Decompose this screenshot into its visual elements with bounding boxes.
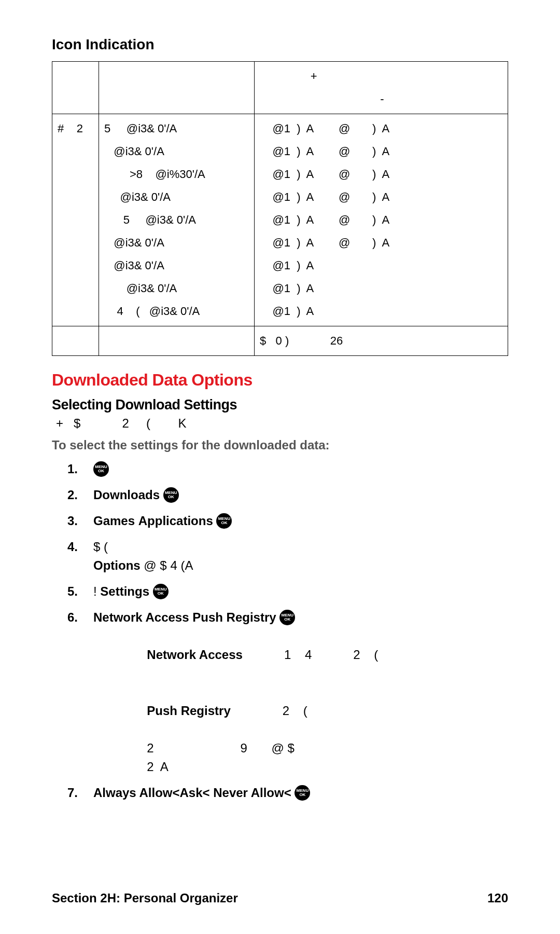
table-cell: 5 @i3& 0'/A @i3& 0'/A >8 @i%30'/A @i3& 0… (99, 114, 255, 326)
step-bold: Options (93, 558, 141, 572)
table-cell: $ 0 ) 26 (255, 326, 508, 356)
menu-ok-icon: MENU OK (295, 785, 310, 801)
step-number: 2. (67, 486, 78, 504)
step-bold: Push Registry (147, 704, 230, 718)
step-1: 1. MENU OK (67, 460, 508, 478)
step-bold: Settings (100, 584, 149, 598)
table-header-row: + - (52, 62, 508, 114)
step-number: 3. (67, 512, 78, 530)
step-sub: Push Registry 2 ( (119, 683, 508, 739)
step-number: 6. (67, 608, 78, 627)
step-sub: 2 A (119, 758, 508, 776)
intro-text: To select the settings for the downloade… (52, 438, 508, 452)
heading-selecting-download-settings: Selecting Download Settings (52, 397, 508, 413)
table-cell (99, 326, 255, 356)
step-number: 7. (67, 784, 78, 802)
step-sub: Network Access 1 4 2 ( (119, 627, 508, 683)
footer-section: Section 2H: Personal Organizer (52, 891, 238, 905)
step-3: 3. Games Applications MENU OK (67, 512, 508, 530)
menu-ok-icon: MENU OK (216, 513, 232, 529)
step-text: $ ( (93, 540, 108, 554)
step-7: 7. Always Allow<Ask< Never Allow< MENU O… (67, 784, 508, 802)
page-footer: Section 2H: Personal Organizer 120 (52, 891, 508, 905)
steps-list: 1. MENU OK 2. Downloads MENU OK 3. Games… (52, 460, 508, 802)
step-bold: Network Access (147, 648, 243, 662)
menu-ok-icon: MENU OK (153, 584, 169, 599)
step-text: @ $ 4 (A (144, 558, 193, 572)
table-header-cell: + - (255, 62, 508, 114)
heading-icon-indication: Icon Indication (52, 36, 508, 53)
step-number: 5. (67, 582, 78, 601)
icon-indication-table: + - # 2 5 @i3& 0'/A @i3& 0'/A >8 @i%30'/… (52, 61, 508, 356)
step-number: 1. (67, 460, 78, 478)
step-number: 4. (67, 538, 78, 556)
table-foot-row: $ 0 ) 26 (52, 326, 508, 356)
step-4: 4. $ ( Options @ $ 4 (A (67, 538, 508, 575)
step-text: 2 ( (231, 704, 307, 718)
step-5: 5. ! Settings MENU OK (67, 582, 508, 601)
menu-ok-icon: MENU OK (279, 610, 295, 625)
step-6: 6. Network Access Push Registry MENU OK … (67, 608, 508, 776)
step-bold: Always Allow<Ask< Never Allow< (93, 786, 291, 800)
step-bold: Network Access (93, 610, 189, 624)
table-header-cell (99, 62, 255, 114)
step-text: 1 4 2 ( (243, 648, 378, 662)
table-cell (52, 326, 99, 356)
table-cell: # 2 (52, 114, 99, 326)
step-2: 2. Downloads MENU OK (67, 486, 508, 504)
step-bold: Games (93, 514, 135, 528)
table-cell: @1 ) A @ ) A @1 ) A @ ) A @1 ) A @ ) A @… (255, 114, 508, 326)
settings-tag-line: + $ 2 ( K (56, 416, 508, 431)
step-sub: 2 9 @ $ (119, 739, 508, 758)
step-bold: Applications (138, 514, 213, 528)
footer-page-number: 120 (487, 891, 508, 905)
menu-ok-icon: MENU OK (93, 461, 109, 477)
step-bold: Push Registry (192, 610, 276, 624)
step-bold: Downloads (93, 488, 160, 502)
table-body-row: # 2 5 @i3& 0'/A @i3& 0'/A >8 @i%30'/A @i… (52, 114, 508, 326)
step-text: ! (93, 584, 100, 598)
menu-ok-icon: MENU OK (163, 487, 179, 503)
heading-downloaded-data-options: Downloaded Data Options (52, 370, 508, 390)
table-header-cell (52, 62, 99, 114)
